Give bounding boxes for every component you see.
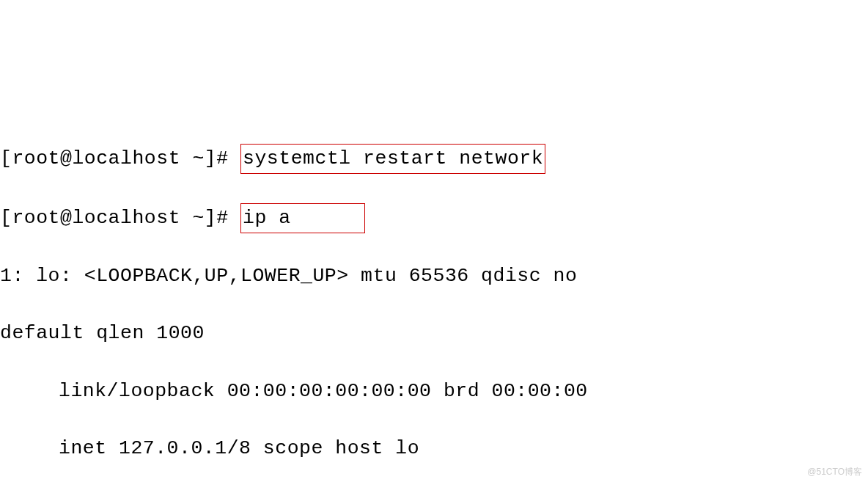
iface-lo-header: 1: lo: <LOOPBACK,UP,LOWER_UP> mtu 65536 … <box>0 262 868 291</box>
cmd-line-1: [root@localhost ~]# systemctl restart ne… <box>0 144 868 174</box>
iface-lo-header-cont: default qlen 1000 <box>0 319 868 348</box>
cmd-line-2: [root@localhost ~]# ip a <box>0 203 868 233</box>
shell-prompt: [root@localhost ~]# <box>0 147 229 169</box>
command-1-box: systemctl restart network <box>240 144 545 174</box>
command-1: systemctl restart network <box>243 147 543 169</box>
lo-inet-line: inet 127.0.0.1/8 scope host lo <box>0 434 868 463</box>
command-2: ip a <box>243 207 291 229</box>
shell-prompt: [root@localhost ~]# <box>0 207 229 229</box>
watermark: @51CTO博客 <box>807 466 862 479</box>
command-2-box: ip a <box>240 203 365 233</box>
lo-link-line: link/loopback 00:00:00:00:00:00 brd 00:0… <box>0 377 868 406</box>
terminal-output: [root@localhost ~]# systemctl restart ne… <box>0 115 868 482</box>
